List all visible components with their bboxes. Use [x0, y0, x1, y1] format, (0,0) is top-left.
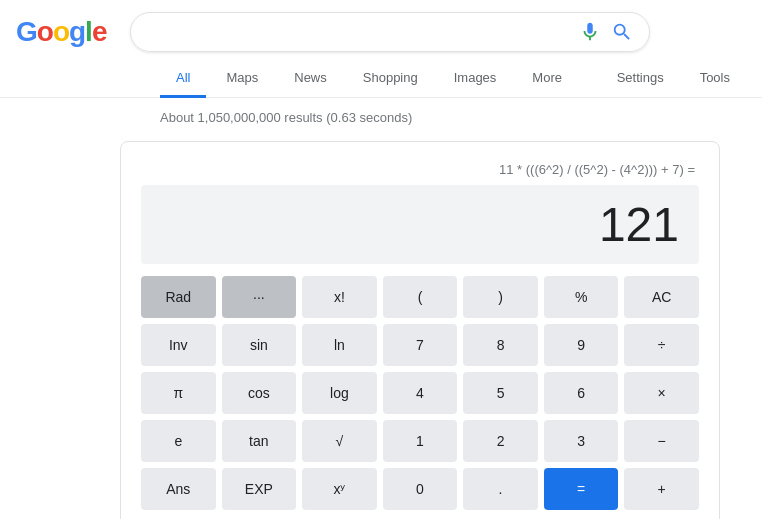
calc-btn-sin-1-1[interactable]: sin: [222, 324, 297, 366]
calc-btn-3-3-5[interactable]: 3: [544, 420, 619, 462]
calc-btn---4-4[interactable]: .: [463, 468, 538, 510]
search-icon-group: [579, 21, 633, 43]
calc-buttons: Rad···x!()%ACInvsinln789÷πcoslog456×etan…: [141, 276, 699, 510]
calc-btn-x--0-2[interactable]: x!: [302, 276, 377, 318]
calc-btn---0-4[interactable]: ): [463, 276, 538, 318]
calc-btn-cos-2-1[interactable]: cos: [222, 372, 297, 414]
nav-bar: All Maps News Shopping Images More Setti…: [0, 52, 762, 98]
calc-btn-9-1-5[interactable]: 9: [544, 324, 619, 366]
calc-btn-2-3-4[interactable]: 2: [463, 420, 538, 462]
calc-btn---4-6[interactable]: +: [624, 468, 699, 510]
calc-btn-tan-3-1[interactable]: tan: [222, 420, 297, 462]
calc-btn-x--4-2[interactable]: xʸ: [302, 468, 377, 510]
calc-btn-0-4-3[interactable]: 0: [383, 468, 458, 510]
calc-btn---3-6[interactable]: −: [624, 420, 699, 462]
calc-btn-log-2-2[interactable]: log: [302, 372, 377, 414]
nav-item-news[interactable]: News: [278, 60, 343, 98]
calc-btn-6-2-5[interactable]: 6: [544, 372, 619, 414]
nav-right: Settings Tools: [601, 60, 762, 97]
nav-item-maps[interactable]: Maps: [210, 60, 274, 98]
calc-btn-7-1-3[interactable]: 7: [383, 324, 458, 366]
calc-result: 121: [599, 197, 679, 252]
result-stats: About 1,050,000,000 results (0.63 second…: [0, 98, 762, 133]
calc-btn-ln-1-2[interactable]: ln: [302, 324, 377, 366]
calc-btn---4-5[interactable]: =: [544, 468, 619, 510]
calc-btn---3-2[interactable]: √: [302, 420, 377, 462]
mic-icon[interactable]: [579, 21, 601, 43]
calc-btn-AC-0-6[interactable]: AC: [624, 276, 699, 318]
calc-btn---2-6[interactable]: ×: [624, 372, 699, 414]
nav-item-settings[interactable]: Settings: [601, 60, 680, 98]
calc-btn-5-2-4[interactable]: 5: [463, 372, 538, 414]
calc-btn-Inv-1-0[interactable]: Inv: [141, 324, 216, 366]
nav-item-all[interactable]: All: [160, 60, 206, 98]
calc-btn-----0-1[interactable]: ···: [222, 276, 297, 318]
nav-item-images[interactable]: Images: [438, 60, 513, 98]
calc-btn---0-3[interactable]: (: [383, 276, 458, 318]
calc-btn-e-3-0[interactable]: e: [141, 420, 216, 462]
google-logo: Google: [16, 16, 106, 48]
search-input[interactable]: 11[6^2/(5^2-4^2)+7]: [147, 23, 579, 41]
nav-item-tools[interactable]: Tools: [684, 60, 746, 98]
calc-btn---0-5[interactable]: %: [544, 276, 619, 318]
calc-expression: 11 * (((6^2) / ((5^2) - (4^2))) + 7) =: [141, 162, 699, 177]
calc-btn-4-2-3[interactable]: 4: [383, 372, 458, 414]
calculator: 11 * (((6^2) / ((5^2) - (4^2))) + 7) = 1…: [120, 141, 720, 519]
header: Google 11[6^2/(5^2-4^2)+7]: [0, 0, 762, 52]
search-icon[interactable]: [611, 21, 633, 43]
calc-display: 121: [141, 185, 699, 264]
calc-btn-Ans-4-0[interactable]: Ans: [141, 468, 216, 510]
calc-btn-EXP-4-1[interactable]: EXP: [222, 468, 297, 510]
search-bar: 11[6^2/(5^2-4^2)+7]: [130, 12, 650, 52]
calc-btn-Rad-0-0[interactable]: Rad: [141, 276, 216, 318]
nav-item-shopping[interactable]: Shopping: [347, 60, 434, 98]
calc-btn-1-3-3[interactable]: 1: [383, 420, 458, 462]
calc-btn---1-6[interactable]: ÷: [624, 324, 699, 366]
nav-item-more[interactable]: More: [516, 60, 578, 98]
calc-btn---2-0[interactable]: π: [141, 372, 216, 414]
calc-btn-8-1-4[interactable]: 8: [463, 324, 538, 366]
